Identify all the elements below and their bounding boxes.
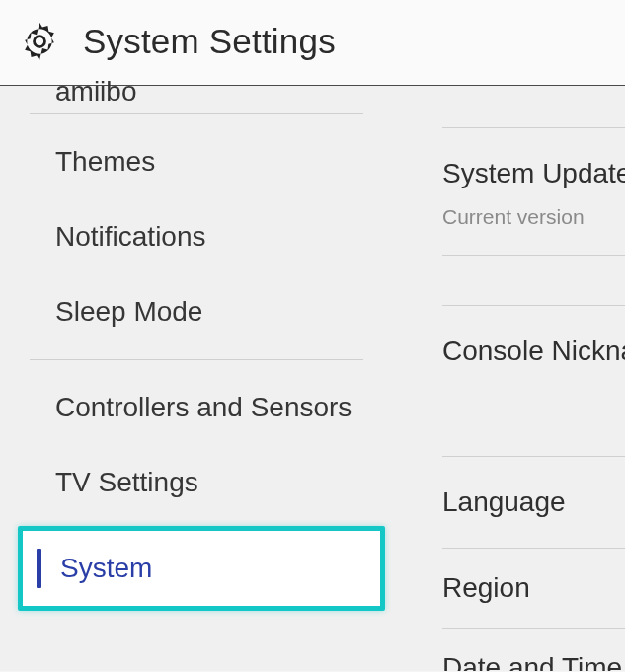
body: amiibo Themes Notifications Sleep Mode C… [0, 86, 625, 671]
page-title: System Settings [83, 22, 336, 61]
sidebar-item-system-selected[interactable]: System [18, 526, 385, 611]
sidebar-item-tv-settings[interactable]: TV Settings [55, 445, 363, 498]
selection-indicator [37, 549, 41, 588]
gear-icon [18, 20, 61, 63]
sidebar: amiibo Themes Notifications Sleep Mode C… [0, 86, 393, 671]
sidebar-group-2: Controllers and Sensors TV Settings [30, 360, 363, 514]
sidebar-item-notifications[interactable]: Notifications [55, 199, 363, 274]
main-panel: System Update Current version Console Ni… [393, 86, 625, 671]
main-item-console-nickname[interactable]: Console Nickname [442, 305, 625, 397]
sidebar-item-themes[interactable]: Themes [55, 146, 363, 199]
main-item-language[interactable]: Language [442, 456, 625, 548]
sidebar-item-amiibo[interactable]: amiibo [30, 76, 363, 104]
sidebar-group-1: Themes Notifications Sleep Mode [30, 114, 363, 359]
main-item-region[interactable]: Region [442, 548, 625, 628]
header: System Settings [0, 0, 625, 86]
sidebar-item-controllers[interactable]: Controllers and Sensors [55, 392, 363, 445]
sidebar-item-label: System [37, 553, 370, 584]
main-subtext-current-version: Current version [442, 205, 625, 256]
sidebar-item-sleep-mode[interactable]: Sleep Mode [55, 274, 363, 328]
main-item-date-and-time[interactable]: Date and Time [442, 628, 625, 671]
